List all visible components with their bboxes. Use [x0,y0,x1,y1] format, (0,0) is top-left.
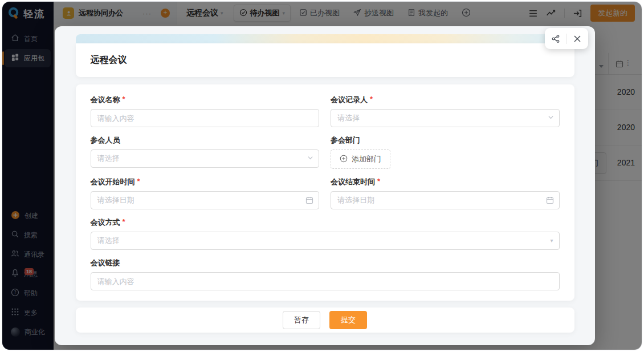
field-start-time: 会议开始时间* 请选择日期 [91,177,320,209]
app-window: 轻流 首页 应用包 创建 搜索 [2,1,642,350]
field-participants: 参会人员 请选择 [91,135,320,169]
meeting-recorder-select[interactable]: 请选择 [331,109,560,127]
start-time-datepicker[interactable]: 请选择日期 [91,191,320,209]
chevron-down-icon [307,155,313,161]
calendar-icon [546,196,554,204]
add-department-button[interactable]: 添加部门 [331,149,390,169]
required-mark: * [123,95,125,105]
chevron-down-icon: ▾ [550,237,553,244]
required-mark: * [377,177,380,187]
modal-controls [545,28,588,49]
add-circle-icon [340,155,348,164]
calendar-icon [305,196,313,204]
meeting-link-input[interactable] [91,272,560,290]
field-meeting-link: 会议链接 [91,258,560,290]
end-time-datepicker[interactable]: 请选择日期 [331,191,560,209]
chevron-down-icon [548,114,554,120]
required-mark: * [123,217,125,228]
modal-title: 远程会议 [76,43,574,77]
meeting-name-input[interactable] [91,109,320,127]
field-meeting-recorder: 会议记录人* 请选择 [331,95,560,127]
meeting-method-select[interactable]: 请选择 ▾ [91,232,560,250]
field-departments: 参会部门 添加部门 [331,135,560,169]
submit-button[interactable]: 提交 [329,311,367,329]
required-mark: * [137,177,140,187]
modal-header-gradient [76,34,574,43]
meeting-form-modal: 远程会议 会议名称* 会议记录人* 请选择 [55,26,595,345]
field-meeting-name: 会议名称* [91,95,320,127]
form-footer: 暂存 提交 [76,308,574,333]
share-icon[interactable] [545,34,566,43]
participants-select[interactable]: 请选择 [91,149,320,168]
field-meeting-method: 会议方式* 请选择 ▾ [91,217,560,250]
meeting-form: 会议名称* 会议记录人* 请选择 参会人员 请选择 [76,84,574,301]
required-mark: * [370,95,373,105]
save-draft-button[interactable]: 暂存 [283,311,320,329]
close-icon[interactable] [567,35,589,43]
field-end-time: 会议结束时间* 请选择日期 [331,177,560,209]
